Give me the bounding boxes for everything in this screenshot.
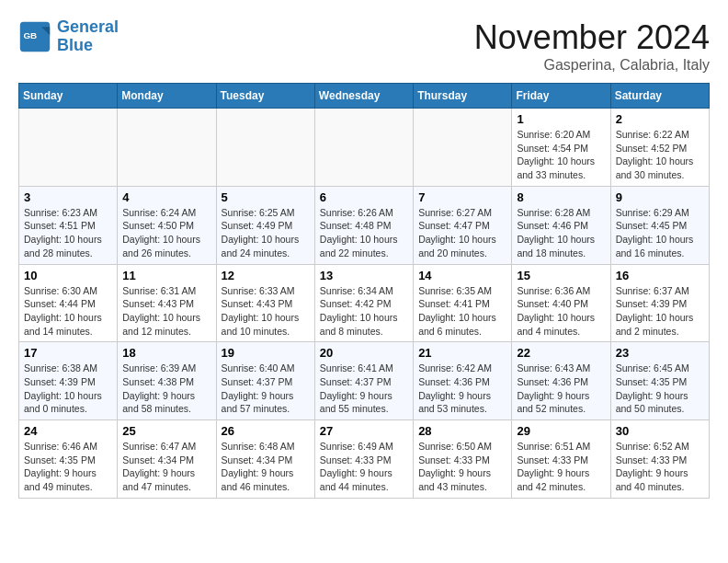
calendar-week-2: 3Sunrise: 6:23 AMSunset: 4:51 PMDaylight… [19, 186, 710, 264]
day-number: 16 [616, 269, 704, 282]
day-info: Sunrise: 6:35 AMSunset: 4:41 PMDaylight:… [418, 284, 506, 339]
day-number: 28 [418, 424, 506, 438]
calendar-cell: 5Sunrise: 6:25 AMSunset: 4:49 PMDaylight… [216, 186, 314, 264]
day-number: 18 [122, 346, 210, 360]
calendar-week-1: 1Sunrise: 6:20 AMSunset: 4:54 PMDaylight… [19, 109, 710, 187]
calendar-cell: 19Sunrise: 6:40 AMSunset: 4:37 PMDayligh… [216, 342, 314, 420]
logo: GB General Blue [18, 18, 119, 55]
day-number: 15 [517, 269, 605, 282]
day-info: Sunrise: 6:46 AMSunset: 4:35 PMDaylight:… [24, 440, 112, 494]
calendar-cell: 7Sunrise: 6:27 AMSunset: 4:47 PMDaylight… [414, 186, 512, 264]
day-number: 26 [222, 424, 310, 438]
calendar-cell: 24Sunrise: 6:46 AMSunset: 4:35 PMDayligh… [19, 420, 118, 499]
calendar-cell: 30Sunrise: 6:52 AMSunset: 4:33 PMDayligh… [610, 420, 709, 499]
day-header-friday: Friday [512, 84, 610, 109]
svg-text:GB: GB [23, 30, 37, 40]
calendar-cell: 4Sunrise: 6:24 AMSunset: 4:50 PMDaylight… [118, 186, 216, 264]
day-info: Sunrise: 6:22 AMSunset: 4:52 PMDaylight:… [616, 128, 704, 182]
calendar-cell: 9Sunrise: 6:29 AMSunset: 4:45 PMDaylight… [610, 186, 709, 264]
day-number: 1 [517, 112, 605, 126]
day-info: Sunrise: 6:42 AMSunset: 4:36 PMDaylight:… [418, 362, 506, 416]
day-info: Sunrise: 6:24 AMSunset: 4:50 PMDaylight:… [122, 206, 210, 260]
day-info: Sunrise: 6:47 AMSunset: 4:34 PMDaylight:… [122, 440, 210, 494]
calendar-cell: 12Sunrise: 6:33 AMSunset: 4:43 PMDayligh… [216, 264, 314, 342]
day-info: Sunrise: 6:40 AMSunset: 4:37 PMDaylight:… [222, 362, 310, 416]
logo-text: General Blue [57, 18, 119, 55]
title-area: November 2024 Gasperina, Calabria, Italy [474, 18, 710, 74]
day-number: 10 [24, 269, 112, 282]
day-info: Sunrise: 6:29 AMSunset: 4:45 PMDaylight:… [616, 206, 704, 260]
day-header-tuesday: Tuesday [216, 84, 314, 109]
calendar-cell: 29Sunrise: 6:51 AMSunset: 4:33 PMDayligh… [512, 420, 610, 499]
calendar-cell [216, 109, 314, 187]
day-number: 9 [616, 190, 704, 204]
calendar-cell: 20Sunrise: 6:41 AMSunset: 4:37 PMDayligh… [314, 342, 413, 420]
logo-icon: GB [18, 20, 51, 53]
day-number: 3 [24, 190, 112, 204]
day-info: Sunrise: 6:34 AMSunset: 4:42 PMDaylight:… [320, 284, 408, 339]
day-number: 27 [320, 424, 408, 438]
calendar-header-row: SundayMondayTuesdayWednesdayThursdayFrid… [19, 84, 710, 109]
calendar-table: SundayMondayTuesdayWednesdayThursdayFrid… [18, 83, 710, 499]
day-header-monday: Monday [118, 84, 216, 109]
day-header-saturday: Saturday [610, 84, 709, 109]
calendar-cell: 13Sunrise: 6:34 AMSunset: 4:42 PMDayligh… [314, 264, 413, 342]
day-number: 22 [517, 346, 605, 360]
day-number: 21 [418, 346, 506, 360]
day-number: 24 [24, 424, 112, 438]
day-number: 11 [122, 269, 210, 282]
day-number: 5 [222, 190, 310, 204]
day-number: 23 [616, 346, 704, 360]
calendar-cell: 14Sunrise: 6:35 AMSunset: 4:41 PMDayligh… [414, 264, 512, 342]
day-header-wednesday: Wednesday [314, 84, 413, 109]
calendar-cell: 8Sunrise: 6:28 AMSunset: 4:46 PMDaylight… [512, 186, 610, 264]
calendar-cell: 26Sunrise: 6:48 AMSunset: 4:34 PMDayligh… [216, 420, 314, 499]
day-number: 25 [122, 424, 210, 438]
calendar-cell: 3Sunrise: 6:23 AMSunset: 4:51 PMDaylight… [19, 186, 118, 264]
day-header-thursday: Thursday [414, 84, 512, 109]
day-info: Sunrise: 6:20 AMSunset: 4:54 PMDaylight:… [517, 128, 605, 182]
day-number: 4 [122, 190, 210, 204]
day-info: Sunrise: 6:49 AMSunset: 4:33 PMDaylight:… [320, 440, 408, 494]
calendar-cell [118, 109, 216, 187]
day-header-sunday: Sunday [19, 84, 118, 109]
day-info: Sunrise: 6:52 AMSunset: 4:33 PMDaylight:… [616, 440, 704, 494]
calendar-cell: 2Sunrise: 6:22 AMSunset: 4:52 PMDaylight… [610, 109, 709, 187]
calendar-cell: 21Sunrise: 6:42 AMSunset: 4:36 PMDayligh… [414, 342, 512, 420]
calendar-cell: 10Sunrise: 6:30 AMSunset: 4:44 PMDayligh… [19, 264, 118, 342]
calendar-cell: 18Sunrise: 6:39 AMSunset: 4:38 PMDayligh… [118, 342, 216, 420]
calendar-cell: 27Sunrise: 6:49 AMSunset: 4:33 PMDayligh… [314, 420, 413, 499]
calendar-cell: 11Sunrise: 6:31 AMSunset: 4:43 PMDayligh… [118, 264, 216, 342]
day-number: 17 [24, 346, 112, 360]
calendar-cell: 25Sunrise: 6:47 AMSunset: 4:34 PMDayligh… [118, 420, 216, 499]
day-info: Sunrise: 6:28 AMSunset: 4:46 PMDaylight:… [517, 206, 605, 260]
day-info: Sunrise: 6:41 AMSunset: 4:37 PMDaylight:… [320, 362, 408, 416]
day-info: Sunrise: 6:50 AMSunset: 4:33 PMDaylight:… [418, 440, 506, 494]
calendar-week-5: 24Sunrise: 6:46 AMSunset: 4:35 PMDayligh… [19, 420, 710, 499]
day-info: Sunrise: 6:33 AMSunset: 4:43 PMDaylight:… [222, 284, 310, 339]
calendar-cell [414, 109, 512, 187]
day-number: 19 [222, 346, 310, 360]
calendar-cell [314, 109, 413, 187]
day-info: Sunrise: 6:38 AMSunset: 4:39 PMDaylight:… [24, 362, 112, 416]
calendar-cell: 22Sunrise: 6:43 AMSunset: 4:36 PMDayligh… [512, 342, 610, 420]
day-info: Sunrise: 6:51 AMSunset: 4:33 PMDaylight:… [517, 440, 605, 494]
day-info: Sunrise: 6:25 AMSunset: 4:49 PMDaylight:… [222, 206, 310, 260]
calendar-week-3: 10Sunrise: 6:30 AMSunset: 4:44 PMDayligh… [19, 264, 710, 342]
day-info: Sunrise: 6:43 AMSunset: 4:36 PMDaylight:… [517, 362, 605, 416]
day-number: 7 [418, 190, 506, 204]
day-info: Sunrise: 6:27 AMSunset: 4:47 PMDaylight:… [418, 206, 506, 260]
day-info: Sunrise: 6:26 AMSunset: 4:48 PMDaylight:… [320, 206, 408, 260]
day-info: Sunrise: 6:36 AMSunset: 4:40 PMDaylight:… [517, 284, 605, 339]
calendar-cell: 15Sunrise: 6:36 AMSunset: 4:40 PMDayligh… [512, 264, 610, 342]
day-info: Sunrise: 6:31 AMSunset: 4:43 PMDaylight:… [122, 284, 210, 339]
location: Gasperina, Calabria, Italy [474, 57, 710, 74]
calendar-cell: 6Sunrise: 6:26 AMSunset: 4:48 PMDaylight… [314, 186, 413, 264]
day-info: Sunrise: 6:39 AMSunset: 4:38 PMDaylight:… [122, 362, 210, 416]
calendar-cell: 23Sunrise: 6:45 AMSunset: 4:35 PMDayligh… [610, 342, 709, 420]
calendar-cell: 28Sunrise: 6:50 AMSunset: 4:33 PMDayligh… [414, 420, 512, 499]
day-info: Sunrise: 6:30 AMSunset: 4:44 PMDaylight:… [24, 284, 112, 339]
calendar-cell [19, 109, 118, 187]
header: GB General Blue November 2024 Gasperina,… [18, 18, 710, 74]
day-number: 20 [320, 346, 408, 360]
